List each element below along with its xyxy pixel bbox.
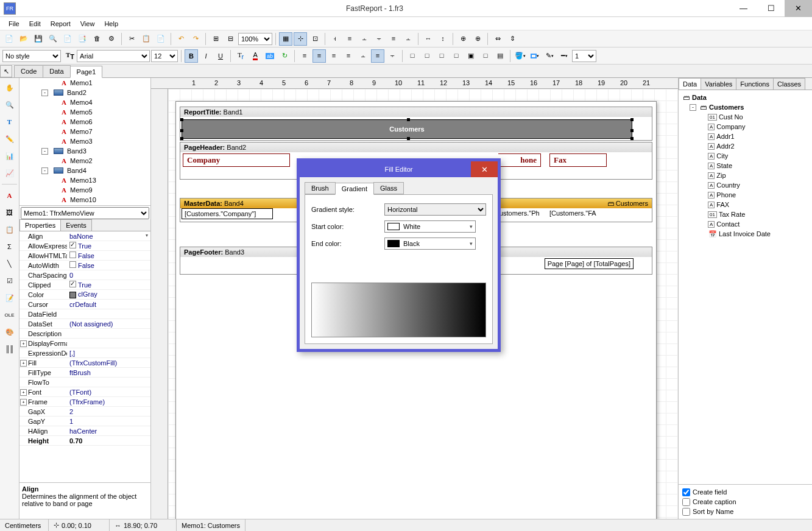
sameheight-icon[interactable]: ⇕ (506, 32, 519, 46)
fontsettings-icon[interactable]: Tr (234, 49, 247, 63)
prop-align[interactable]: AlignbaNone▾ (19, 231, 150, 241)
band-tool-icon[interactable]: 📊 (2, 149, 17, 163)
filleditor-tab-gradient[interactable]: Gradient (335, 183, 374, 195)
right-tab-functions[interactable]: Functions (736, 78, 774, 90)
gradient-object-icon[interactable]: 🎨 (2, 325, 17, 339)
align-left-icon[interactable]: ≡ (298, 49, 311, 63)
tree-node-memo3[interactable]: AMemo3 (19, 136, 150, 146)
tree-node-memo6[interactable]: AMemo6 (19, 117, 150, 127)
datasource-label[interactable]: Customers (616, 200, 648, 207)
field-tax-rate[interactable]: 01Tax Rate (681, 209, 810, 219)
prop-flowto[interactable]: FlowTo (19, 378, 150, 387)
field-fax[interactable]: AFAX (681, 200, 810, 209)
prop-displayformat[interactable]: DisplayFormat (19, 339, 150, 348)
prop-dataset[interactable]: DataSet(Not assigned) (19, 319, 150, 329)
field-zip[interactable]: AZip (681, 171, 810, 180)
prop-allowexpressions[interactable]: AllowExpressionsTrue (19, 241, 150, 251)
rotate-icon[interactable]: ↻ (278, 49, 291, 63)
grid-icon[interactable]: ▦ (279, 32, 292, 46)
zoom-tool-icon[interactable]: 🔍 (2, 97, 17, 112)
richtext-object-icon[interactable]: 📝 (2, 290, 17, 305)
text-tool-icon[interactable]: T (2, 114, 17, 129)
align-vcenter-icon[interactable]: ≡ (387, 32, 400, 46)
tab-page1[interactable]: Page1 (70, 66, 103, 78)
align-top-edges-icon[interactable]: ⫟ (372, 32, 386, 46)
tree-node-memo1[interactable]: AMemo1 (19, 78, 150, 88)
tree-node-band2[interactable]: -Band2 (19, 88, 150, 97)
fontsize-select[interactable]: 12 (151, 50, 178, 62)
paste-icon[interactable]: 📄 (154, 32, 168, 46)
prop-allowhtmltags[interactable]: AllowHTMLTagsFalse (19, 251, 150, 261)
lineweight-select[interactable]: 1 (572, 50, 596, 62)
frame-top-icon[interactable]: □ (406, 49, 419, 63)
field-addr2[interactable]: AAddr2 (681, 141, 810, 151)
field-contact[interactable]: AContact (681, 219, 810, 229)
space-h-icon[interactable]: ↔ (422, 32, 435, 46)
gradient-style-select[interactable]: Horizontal (384, 203, 486, 216)
align-right-edges-icon[interactable]: ⫠ (358, 32, 371, 46)
frame-none-icon[interactable]: □ (479, 49, 492, 63)
frame-all-icon[interactable]: ▣ (464, 49, 478, 63)
field-addr1[interactable]: AAddr1 (681, 132, 810, 141)
close-button[interactable]: ✕ (785, 0, 812, 17)
option-sort-by-name[interactable]: Sort by Name (682, 507, 808, 516)
format-tool-icon[interactable]: ✏️ (2, 132, 17, 146)
hand-tool-icon[interactable]: ✋ (2, 80, 17, 95)
tree-node-memo2[interactable]: AMemo2 (19, 156, 150, 166)
tree-node-memo7[interactable]: AMemo7 (19, 127, 150, 136)
ungroup-icon[interactable]: ⊟ (224, 32, 237, 46)
center-h-icon[interactable]: ⊕ (456, 32, 470, 46)
prop-gapy[interactable]: GapY1 (19, 417, 150, 426)
italic-icon[interactable]: I (199, 49, 213, 63)
align-center-icon[interactable]: ≡ (312, 49, 326, 63)
data-root[interactable]: 🗃Data (681, 93, 810, 102)
fontcolor-icon[interactable]: A (249, 49, 262, 63)
align-left-edges-icon[interactable]: ⫞ (328, 32, 342, 46)
picture-object-icon[interactable]: 🖼 (2, 205, 17, 220)
right-tab-classes[interactable]: Classes (773, 78, 805, 90)
framestyle-icon[interactable]: ✎▾ (543, 49, 556, 63)
tab-data[interactable]: Data (43, 65, 70, 77)
right-tab-data[interactable]: Data (679, 78, 701, 90)
chart-tool-icon[interactable]: 📈 (2, 166, 17, 180)
line-object-icon[interactable]: ╲ (2, 256, 17, 271)
font-select[interactable]: Arial (77, 50, 150, 62)
align-right-icon[interactable]: ≡ (327, 49, 341, 63)
memo-customers-title[interactable]: Customers (182, 119, 632, 139)
dialog-close-button[interactable]: ✕ (471, 161, 498, 177)
space-v-icon[interactable]: ↕ (436, 32, 450, 46)
start-color-select[interactable]: White (384, 220, 476, 233)
center-v-icon[interactable]: ⊕ (471, 32, 484, 46)
align-bottom-edges-icon[interactable]: ⫠ (401, 32, 415, 46)
valign-top-icon[interactable]: ⫠ (356, 49, 370, 63)
field-country[interactable]: ACountry (681, 180, 810, 190)
framecolor-icon[interactable]: ▾ (528, 49, 542, 63)
subreport-object-icon[interactable]: 📋 (2, 222, 17, 237)
tree-node-memo13[interactable]: AMemo13 (19, 175, 150, 185)
memo-object-icon[interactable]: A (2, 188, 17, 203)
field-city[interactable]: ACity (681, 151, 810, 161)
prop-fill[interactable]: Fill(TfrxCustomFill) (19, 358, 150, 368)
prop-gapx[interactable]: GapX2 (19, 407, 150, 417)
style-select[interactable]: No style (2, 50, 61, 62)
underline-icon[interactable]: U (214, 49, 227, 63)
prop-autowidth[interactable]: AutoWidthFalse (19, 261, 150, 270)
memo-field-phone[interactable]: Customers."Ph (495, 209, 540, 217)
memo-field-fax[interactable]: [Customers."FA (549, 209, 596, 217)
maximize-button[interactable]: ☐ (757, 0, 785, 17)
memo-pagenumber[interactable]: Page [Page] of [TotalPages] (545, 258, 634, 269)
samewidth-icon[interactable]: ⇔ (491, 32, 504, 46)
menu-report[interactable]: Report (46, 19, 76, 29)
prop-tab-events[interactable]: Events (60, 219, 92, 231)
frame-right-icon[interactable]: □ (450, 49, 463, 63)
column-header-fax[interactable]: Fax (549, 153, 607, 167)
tree-node-memo5[interactable]: AMemo5 (19, 107, 150, 117)
fillcolor-icon[interactable]: 🪣▾ (514, 49, 527, 63)
tree-node-memo9[interactable]: AMemo9 (19, 185, 150, 195)
field-last-invoice-date[interactable]: 📅Last Invoice Date (681, 229, 810, 239)
align-justify-icon[interactable]: ≡ (342, 49, 355, 63)
field-phone[interactable]: APhone (681, 190, 810, 200)
field-cust-no[interactable]: 01Cust No (681, 112, 810, 122)
column-header-company[interactable]: Company (183, 153, 290, 167)
frame-left-icon[interactable]: □ (435, 49, 448, 63)
